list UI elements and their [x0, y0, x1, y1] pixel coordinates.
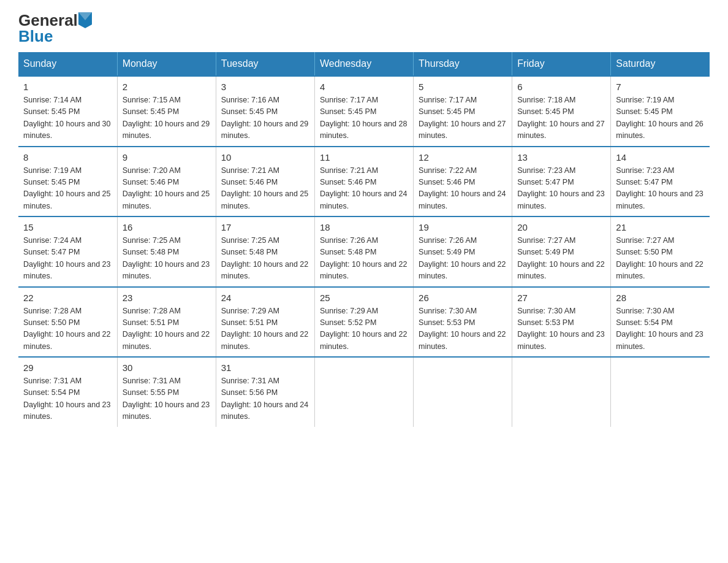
day-info: Sunrise: 7:27 AMSunset: 5:50 PMDaylight:…: [616, 235, 705, 283]
day-cell-7: 7Sunrise: 7:19 AMSunset: 5:45 PMDaylight…: [611, 76, 710, 147]
logo-triangle-icon: [78, 12, 92, 28]
week-row-2: 8Sunrise: 7:19 AMSunset: 5:45 PMDaylight…: [18, 147, 710, 217]
day-info: Sunrise: 7:17 AMSunset: 5:45 PMDaylight:…: [419, 94, 507, 142]
day-number: 12: [419, 152, 507, 163]
empty-cell: [611, 357, 710, 427]
header-thursday: Thursday: [414, 52, 512, 76]
day-info: Sunrise: 7:19 AMSunset: 5:45 PMDaylight:…: [23, 165, 112, 213]
day-number: 29: [23, 362, 112, 373]
day-info: Sunrise: 7:20 AMSunset: 5:46 PMDaylight:…: [123, 165, 211, 213]
day-number: 15: [23, 222, 112, 232]
logo-blue-text: Blue: [18, 27, 53, 46]
day-info: Sunrise: 7:30 AMSunset: 5:53 PMDaylight:…: [517, 305, 605, 353]
day-info: Sunrise: 7:21 AMSunset: 5:46 PMDaylight:…: [320, 165, 408, 213]
day-info: Sunrise: 7:21 AMSunset: 5:46 PMDaylight:…: [221, 165, 309, 213]
day-cell-8: 8Sunrise: 7:19 AMSunset: 5:45 PMDaylight…: [18, 147, 117, 217]
week-row-3: 15Sunrise: 7:24 AMSunset: 5:47 PMDayligh…: [18, 216, 710, 287]
day-info: Sunrise: 7:31 AMSunset: 5:54 PMDaylight:…: [23, 375, 112, 423]
day-number: 18: [320, 222, 408, 232]
day-number: 27: [517, 293, 605, 303]
header-friday: Friday: [512, 52, 611, 76]
day-number: 19: [419, 222, 507, 232]
day-number: 2: [123, 82, 211, 92]
day-number: 16: [123, 222, 211, 232]
day-cell-28: 28Sunrise: 7:30 AMSunset: 5:54 PMDayligh…: [611, 287, 710, 358]
day-info: Sunrise: 7:25 AMSunset: 5:48 PMDaylight:…: [123, 235, 211, 283]
day-info: Sunrise: 7:15 AMSunset: 5:45 PMDaylight:…: [123, 94, 211, 142]
day-info: Sunrise: 7:29 AMSunset: 5:52 PMDaylight:…: [320, 305, 408, 353]
day-info: Sunrise: 7:26 AMSunset: 5:48 PMDaylight:…: [320, 235, 408, 283]
day-cell-30: 30Sunrise: 7:31 AMSunset: 5:55 PMDayligh…: [117, 357, 216, 427]
day-cell-20: 20Sunrise: 7:27 AMSunset: 5:49 PMDayligh…: [512, 216, 611, 287]
day-cell-1: 1Sunrise: 7:14 AMSunset: 5:45 PMDaylight…: [18, 76, 117, 147]
day-cell-25: 25Sunrise: 7:29 AMSunset: 5:52 PMDayligh…: [314, 287, 413, 358]
day-cell-6: 6Sunrise: 7:18 AMSunset: 5:45 PMDaylight…: [512, 76, 611, 147]
day-number: 21: [616, 222, 705, 232]
day-info: Sunrise: 7:17 AMSunset: 5:45 PMDaylight:…: [320, 94, 408, 142]
day-cell-15: 15Sunrise: 7:24 AMSunset: 5:47 PMDayligh…: [18, 216, 117, 287]
day-cell-22: 22Sunrise: 7:28 AMSunset: 5:50 PMDayligh…: [18, 287, 117, 358]
day-cell-9: 9Sunrise: 7:20 AMSunset: 5:46 PMDaylight…: [117, 147, 216, 217]
day-cell-10: 10Sunrise: 7:21 AMSunset: 5:46 PMDayligh…: [216, 147, 314, 217]
week-row-5: 29Sunrise: 7:31 AMSunset: 5:54 PMDayligh…: [18, 357, 710, 427]
day-number: 6: [517, 82, 605, 92]
day-cell-27: 27Sunrise: 7:30 AMSunset: 5:53 PMDayligh…: [512, 287, 611, 358]
day-number: 5: [419, 82, 507, 92]
header-wednesday: Wednesday: [314, 52, 413, 76]
header-monday: Monday: [117, 52, 216, 76]
day-info: Sunrise: 7:28 AMSunset: 5:51 PMDaylight:…: [123, 305, 211, 353]
day-number: 14: [616, 152, 705, 163]
day-number: 26: [419, 293, 507, 303]
day-info: Sunrise: 7:18 AMSunset: 5:45 PMDaylight:…: [517, 94, 605, 142]
header-sunday: Sunday: [18, 52, 117, 76]
day-info: Sunrise: 7:19 AMSunset: 5:45 PMDaylight:…: [616, 94, 705, 142]
day-number: 10: [221, 152, 309, 163]
day-number: 24: [221, 293, 309, 303]
day-number: 3: [221, 82, 309, 92]
day-info: Sunrise: 7:30 AMSunset: 5:54 PMDaylight:…: [616, 305, 705, 353]
day-number: 31: [221, 362, 309, 373]
day-cell-4: 4Sunrise: 7:17 AMSunset: 5:45 PMDaylight…: [314, 76, 413, 147]
day-info: Sunrise: 7:31 AMSunset: 5:55 PMDaylight:…: [123, 375, 211, 423]
day-cell-16: 16Sunrise: 7:25 AMSunset: 5:48 PMDayligh…: [117, 216, 216, 287]
header-saturday: Saturday: [611, 52, 710, 76]
empty-cell: [314, 357, 413, 427]
day-info: Sunrise: 7:29 AMSunset: 5:51 PMDaylight:…: [221, 305, 309, 353]
day-info: Sunrise: 7:24 AMSunset: 5:47 PMDaylight:…: [23, 235, 112, 283]
day-info: Sunrise: 7:23 AMSunset: 5:47 PMDaylight:…: [517, 165, 605, 213]
calendar-header-row: SundayMondayTuesdayWednesdayThursdayFrid…: [18, 52, 710, 76]
day-number: 1: [23, 82, 112, 92]
day-number: 17: [221, 222, 309, 232]
day-cell-26: 26Sunrise: 7:30 AMSunset: 5:53 PMDayligh…: [414, 287, 512, 358]
day-info: Sunrise: 7:16 AMSunset: 5:45 PMDaylight:…: [221, 94, 309, 142]
day-info: Sunrise: 7:23 AMSunset: 5:47 PMDaylight:…: [616, 165, 705, 213]
day-number: 25: [320, 293, 408, 303]
day-info: Sunrise: 7:27 AMSunset: 5:49 PMDaylight:…: [517, 235, 605, 283]
day-info: Sunrise: 7:26 AMSunset: 5:49 PMDaylight:…: [419, 235, 507, 283]
day-cell-3: 3Sunrise: 7:16 AMSunset: 5:45 PMDaylight…: [216, 76, 314, 147]
day-number: 8: [23, 152, 112, 163]
day-cell-14: 14Sunrise: 7:23 AMSunset: 5:47 PMDayligh…: [611, 147, 710, 217]
logo: General Blue: [18, 12, 92, 46]
day-cell-18: 18Sunrise: 7:26 AMSunset: 5:48 PMDayligh…: [314, 216, 413, 287]
day-cell-2: 2Sunrise: 7:15 AMSunset: 5:45 PMDaylight…: [117, 76, 216, 147]
day-number: 22: [23, 293, 112, 303]
day-info: Sunrise: 7:28 AMSunset: 5:50 PMDaylight:…: [23, 305, 112, 353]
day-cell-12: 12Sunrise: 7:22 AMSunset: 5:46 PMDayligh…: [414, 147, 512, 217]
day-cell-29: 29Sunrise: 7:31 AMSunset: 5:54 PMDayligh…: [18, 357, 117, 427]
week-row-4: 22Sunrise: 7:28 AMSunset: 5:50 PMDayligh…: [18, 287, 710, 358]
day-number: 7: [616, 82, 705, 92]
day-number: 9: [123, 152, 211, 163]
day-number: 20: [517, 222, 605, 232]
day-number: 4: [320, 82, 408, 92]
empty-cell: [414, 357, 512, 427]
calendar-table: SundayMondayTuesdayWednesdayThursdayFrid…: [18, 52, 710, 427]
day-number: 13: [517, 152, 605, 163]
day-cell-23: 23Sunrise: 7:28 AMSunset: 5:51 PMDayligh…: [117, 287, 216, 358]
day-cell-5: 5Sunrise: 7:17 AMSunset: 5:45 PMDaylight…: [414, 76, 512, 147]
day-cell-24: 24Sunrise: 7:29 AMSunset: 5:51 PMDayligh…: [216, 287, 314, 358]
day-cell-11: 11Sunrise: 7:21 AMSunset: 5:46 PMDayligh…: [314, 147, 413, 217]
logo-general-text: General: [18, 12, 78, 28]
empty-cell: [512, 357, 611, 427]
day-info: Sunrise: 7:25 AMSunset: 5:48 PMDaylight:…: [221, 235, 309, 283]
